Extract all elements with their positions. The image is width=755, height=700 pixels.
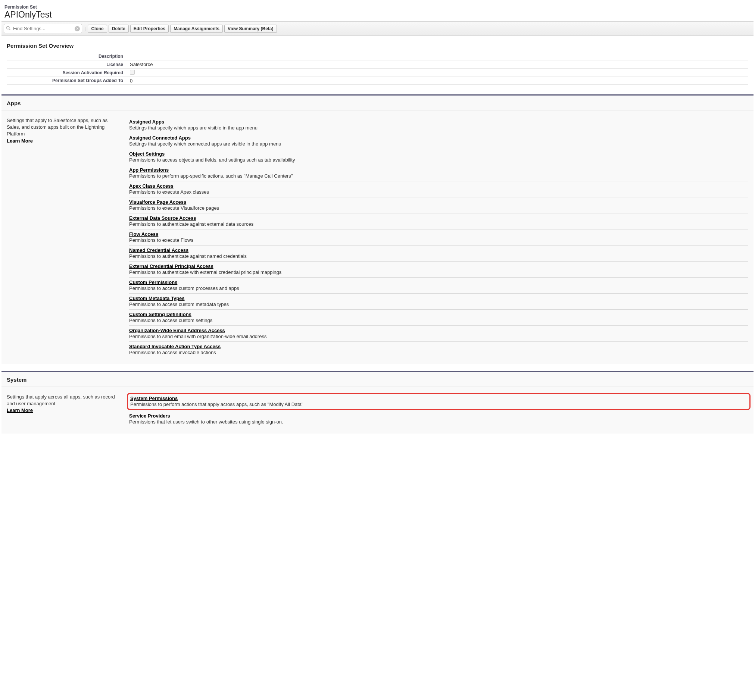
system-heading: System [2, 372, 753, 387]
link-item: Organization-Wide Email Address AccessPe… [129, 326, 748, 342]
link-item: Object SettingsPermissions to access obj… [129, 149, 748, 165]
link-description: Permissions that let users switch to oth… [129, 419, 748, 425]
link-item: Assigned AppsSettings that specify which… [129, 117, 748, 133]
field-groups-added: Permission Set Groups Added To 0 [7, 77, 748, 85]
system-description: Settings that apply across all apps, suc… [7, 394, 122, 427]
link-item: Assigned Connected AppsSettings that spe… [129, 133, 748, 149]
link-description: Permissions to authenticate against exte… [129, 221, 748, 227]
link-title[interactable]: System Permissions [130, 395, 747, 401]
link-item: Visualforce Page AccessPermissions to ex… [129, 197, 748, 213]
link-title[interactable]: Apex Class Access [129, 183, 748, 189]
link-title[interactable]: External Data Source Access [129, 215, 748, 221]
link-description: Permissions to execute Apex classes [129, 189, 748, 195]
field-label: License [7, 62, 130, 67]
link-item: Custom PermissionsPermissions to access … [129, 278, 748, 294]
search-wrapper: ✕ [4, 24, 82, 33]
clear-search-icon[interactable]: ✕ [75, 26, 80, 31]
link-title[interactable]: Service Providers [129, 413, 748, 419]
delete-button[interactable]: Delete [109, 25, 129, 33]
toolbar: ✕ | Clone Delete Edit Properties Manage … [2, 21, 753, 36]
link-description: Permissions to perform app-specific acti… [129, 173, 748, 179]
link-description: Permissions to execute Visualforce pages [129, 205, 748, 211]
edit-properties-button[interactable]: Edit Properties [130, 25, 169, 33]
link-description: Permissions to access invocable actions [129, 350, 748, 355]
overview-section: Permission Set Overview Description Lice… [2, 36, 753, 88]
link-item: Apex Class AccessPermissions to execute … [129, 181, 748, 197]
svg-point-0 [7, 26, 9, 29]
field-description: Description [7, 52, 748, 60]
link-description: Permissions to authenticate against name… [129, 253, 748, 259]
clone-button[interactable]: Clone [88, 25, 107, 33]
field-label: Description [7, 54, 130, 59]
view-summary-button[interactable]: View Summary (Beta) [224, 25, 277, 33]
system-body: Settings that apply across all apps, suc… [2, 387, 753, 427]
toolbar-separator: | [84, 26, 86, 31]
link-description: Permissions to access custom settings [129, 317, 748, 323]
link-description: Permissions to access custom metadata ty… [129, 302, 748, 307]
link-item: Standard Invocable Action Type AccessPer… [129, 342, 748, 358]
link-description: Permissions to access objects and fields… [129, 157, 748, 162]
system-description-text: Settings that apply across all apps, suc… [7, 394, 115, 406]
link-title[interactable]: Standard Invocable Action Type Access [129, 344, 748, 349]
link-description: Settings that specify which apps are vis… [129, 125, 748, 131]
record-type: Permission Set [5, 5, 750, 10]
link-title[interactable]: Organization-Wide Email Address Access [129, 328, 748, 333]
apps-description-text: Settings that apply to Salesforce apps, … [7, 117, 108, 137]
field-value: 0 [130, 78, 133, 84]
apps-description: Settings that apply to Salesforce apps, … [7, 117, 122, 358]
link-title[interactable]: Assigned Apps [129, 119, 748, 125]
link-description: Permissions to send email with organizat… [129, 334, 748, 339]
apps-links-list: Assigned AppsSettings that specify which… [129, 117, 748, 358]
link-title[interactable]: Custom Permissions [129, 280, 748, 285]
field-session-activation: Session Activation Required [7, 68, 748, 77]
link-item: System PermissionsPermissions to perform… [127, 393, 750, 410]
field-label: Session Activation Required [7, 70, 130, 75]
link-item: External Data Source AccessPermissions t… [129, 213, 748, 230]
link-title[interactable]: Object Settings [129, 151, 748, 157]
link-item: App PermissionsPermissions to perform ap… [129, 165, 748, 181]
search-icon [6, 26, 11, 32]
link-title[interactable]: App Permissions [129, 167, 748, 173]
link-item: Custom Setting DefinitionsPermissions to… [129, 310, 748, 326]
link-item: External Credential Principal AccessPerm… [129, 262, 748, 278]
field-value [130, 70, 135, 76]
link-title[interactable]: Custom Setting Definitions [129, 312, 748, 317]
link-title[interactable]: External Credential Principal Access [129, 263, 748, 269]
overview-heading: Permission Set Overview [7, 42, 748, 49]
link-description: Permissions to authenticate with externa… [129, 269, 748, 275]
page-header: Permission Set APIOnlyTest [2, 3, 753, 21]
link-description: Permissions to execute Flows [129, 238, 748, 243]
link-title[interactable]: Assigned Connected Apps [129, 135, 748, 141]
link-description: Permissions to perform actions that appl… [130, 402, 747, 407]
svg-line-1 [9, 29, 10, 30]
field-label: Permission Set Groups Added To [7, 78, 130, 83]
apps-body: Settings that apply to Salesforce apps, … [2, 111, 753, 358]
link-title[interactable]: Flow Access [129, 231, 748, 237]
link-item: Service ProvidersPermissions that let us… [129, 411, 748, 427]
link-item: Named Credential AccessPermissions to au… [129, 245, 748, 262]
system-links-list: System PermissionsPermissions to perform… [129, 394, 748, 427]
apps-panel: Apps Settings that apply to Salesforce a… [2, 94, 753, 364]
link-title[interactable]: Named Credential Access [129, 247, 748, 253]
record-title: APIOnlyTest [5, 10, 750, 21]
learn-more-link[interactable]: Learn More [7, 138, 33, 144]
field-license: License Salesforce [7, 60, 748, 68]
link-item: Custom Metadata TypesPermissions to acce… [129, 294, 748, 310]
manage-assignments-button[interactable]: Manage Assignments [170, 25, 223, 33]
learn-more-link[interactable]: Learn More [7, 408, 33, 413]
link-description: Settings that specify which connected ap… [129, 141, 748, 147]
link-description: Permissions to access custom processes a… [129, 286, 748, 291]
search-input[interactable] [4, 24, 82, 33]
link-title[interactable]: Visualforce Page Access [129, 199, 748, 205]
apps-heading: Apps [2, 95, 753, 111]
link-title[interactable]: Custom Metadata Types [129, 295, 748, 301]
field-value: Salesforce [130, 62, 153, 67]
system-panel: System Settings that apply across all ap… [2, 371, 753, 434]
link-item: Flow AccessPermissions to execute Flows [129, 230, 748, 245]
checkbox-unchecked-icon [130, 70, 135, 75]
